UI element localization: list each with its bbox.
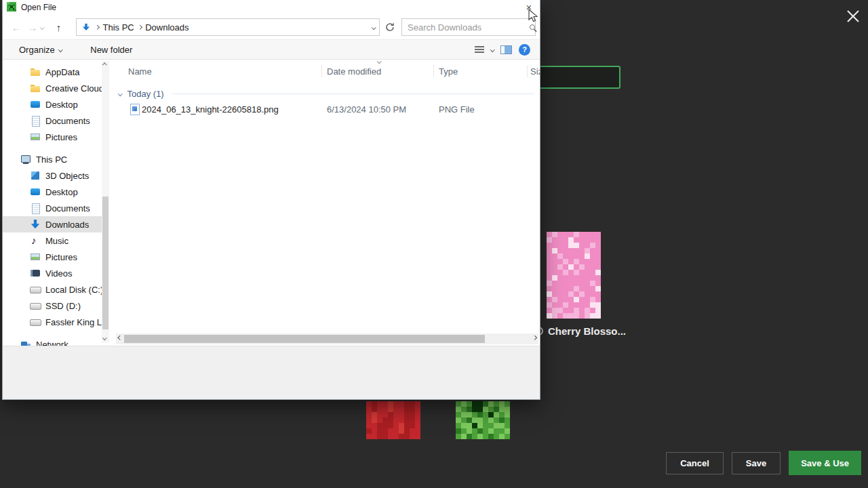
dialog-close-icon[interactable]: × — [522, 1, 536, 14]
sidebar-item-videos[interactable]: Videos — [3, 265, 102, 281]
sidebar-item-label: Music — [45, 236, 68, 246]
sidebar-item-label: Desktop — [45, 187, 78, 197]
breadcrumb-chevron-icon — [95, 25, 99, 29]
sidebar-item-appdata[interactable]: AppData — [3, 64, 102, 80]
sidebar-item-label: 3D Objects — [45, 171, 89, 181]
dialog-titlebar: Open File × — [3, 0, 540, 15]
creeper-app-icon — [7, 2, 16, 14]
help-icon[interactable] — [519, 44, 530, 56]
cape-cancel-button[interactable]: Cancel — [666, 452, 724, 474]
address-dropdown-icon[interactable] — [372, 25, 376, 29]
history-chevron-icon[interactable] — [40, 25, 44, 29]
preview-pane-icon[interactable] — [500, 45, 512, 54]
scroll-right-icon[interactable] — [532, 336, 536, 340]
group-header-today[interactable]: Today (1) — [119, 87, 534, 100]
disk-icon — [30, 284, 41, 295]
downloads-folder-icon — [82, 23, 91, 32]
sidebar-item-fassler-king-llc[interactable]: Fassler King LLC ( — [3, 314, 102, 330]
scroll-down-icon[interactable] — [102, 336, 106, 340]
sidebar-scrollbar-thumb[interactable] — [102, 197, 108, 329]
document-icon — [30, 203, 41, 214]
view-list-icon[interactable] — [475, 46, 484, 54]
cape-name-input[interactable] — [538, 66, 620, 89]
sidebar-item-desktop[interactable]: Desktop — [3, 184, 102, 200]
sidebar-item-desktop[interactable]: Desktop — [3, 96, 102, 113]
cape-texture-creeper[interactable] — [456, 401, 510, 439]
sort-indicator-icon — [377, 59, 381, 63]
view-dropdown-icon[interactable] — [490, 47, 494, 52]
desktop-icon — [30, 186, 41, 197]
sidebar-item-local-disk-c[interactable]: Local Disk (C:) — [3, 281, 102, 298]
sidebar-item-label: Downloads — [45, 220, 89, 230]
dialog-body: AppDataCreative Cloud FiDesktopDocuments… — [3, 60, 540, 346]
refresh-icon[interactable] — [382, 18, 397, 36]
back-icon[interactable]: ← — [8, 19, 24, 35]
sidebar-item-music[interactable]: Music — [3, 232, 102, 249]
column-header-date-modified[interactable]: Date modified — [327, 64, 381, 79]
sidebar-item-label: Creative Cloud Fi — [45, 83, 102, 94]
sidebar-item-downloads[interactable]: Downloads — [3, 216, 102, 232]
desktop-icon — [30, 99, 41, 110]
dialog-toolbar: Organize New folder — [3, 39, 540, 60]
disk-icon — [30, 317, 41, 327]
sidebar-tree: AppDataCreative Cloud FiDesktopDocuments… — [3, 60, 102, 346]
organize-label: Organize — [19, 45, 55, 55]
save-and-use-button[interactable]: Save & Use — [789, 451, 861, 475]
cape-texture-red[interactable] — [366, 401, 420, 439]
sidebar-item-3d-objects[interactable]: 3D Objects — [3, 167, 102, 184]
app-close-icon[interactable] — [844, 7, 863, 26]
file-list: NameDate modifiedTypeSize Today (1) 2024… — [115, 60, 540, 346]
sidebar-item-pictures[interactable]: Pictures — [3, 249, 102, 265]
sidebar-item-label: Videos — [45, 268, 73, 279]
breadcrumb-this-pc[interactable]: This PC — [103, 22, 134, 33]
scroll-left-icon[interactable] — [118, 336, 122, 340]
sidebar-scrollbar[interactable] — [102, 61, 109, 343]
sidebar-item-creative-cloud-fi[interactable]: Creative Cloud Fi — [3, 80, 102, 96]
file-cell-type: PNG File — [439, 102, 475, 117]
picture-icon — [30, 131, 41, 142]
breadcrumb-downloads[interactable]: Downloads — [145, 22, 189, 33]
column-header-size[interactable]: Size — [530, 64, 540, 79]
sidebar-item-label: Desktop — [45, 100, 78, 110]
horizontal-scrollbar[interactable] — [116, 333, 538, 344]
file-row[interactable]: 2024_06_13_knight-22605818.png6/13/2024 … — [115, 102, 540, 117]
dialog-footer: File name: PNG Image (*.png) Open Cancel — [3, 346, 540, 400]
forward-icon[interactable]: → — [24, 19, 41, 35]
sidebar-item-network[interactable]: Network — [3, 336, 102, 346]
computer-icon — [20, 154, 31, 165]
sidebar-item-label: AppData — [45, 67, 80, 77]
new-folder-button[interactable]: New folder — [90, 45, 132, 55]
horizontal-scrollbar-thumb[interactable] — [124, 335, 485, 343]
organize-dropdown-icon — [58, 47, 62, 52]
search-icon[interactable] — [530, 24, 535, 30]
file-cell-date-modified: 6/13/2024 10:50 PM — [327, 102, 406, 117]
sidebar-item-this-pc[interactable]: This PC — [3, 151, 102, 167]
cape-texture-cherry-blossom[interactable] — [547, 232, 601, 319]
breadcrumb-chevron-icon — [138, 25, 142, 29]
dialog-title: Open File — [21, 3, 56, 12]
sidebar-item-pictures[interactable]: Pictures — [3, 129, 102, 145]
cape-caption: Cherry Blosso... — [534, 325, 626, 337]
column-header-type[interactable]: Type — [439, 64, 458, 79]
navigation-bar: ← → ↑ This PC Downloads — [3, 15, 540, 39]
sidebar-item-documents[interactable]: Documents — [3, 200, 102, 216]
file-cell-name: 2024_06_13_knight-22605818.png — [142, 102, 279, 117]
disk-icon — [30, 300, 41, 311]
scroll-up-icon[interactable] — [102, 63, 106, 67]
cape-save-button[interactable]: Save — [732, 452, 781, 474]
cape-editor-actions: Cancel Save Save & Use — [666, 451, 861, 475]
cube-icon — [30, 170, 41, 181]
folder-icon — [30, 66, 41, 77]
group-collapse-icon[interactable] — [118, 92, 122, 96]
download-icon — [30, 219, 41, 230]
sidebar-item-label: This PC — [36, 155, 67, 165]
up-icon[interactable]: ↑ — [51, 19, 67, 35]
search-input[interactable] — [408, 22, 527, 33]
organize-button[interactable]: Organize — [19, 45, 62, 55]
sidebar-item-label: Pictures — [45, 252, 77, 262]
address-bar[interactable]: This PC Downloads — [76, 18, 380, 36]
column-header-name[interactable]: Name — [128, 64, 152, 79]
sidebar-item-documents[interactable]: Documents — [3, 113, 102, 129]
sidebar-item-ssd-d[interactable]: SSD (D:) — [3, 298, 102, 314]
group-label: Today (1) — [127, 89, 164, 99]
